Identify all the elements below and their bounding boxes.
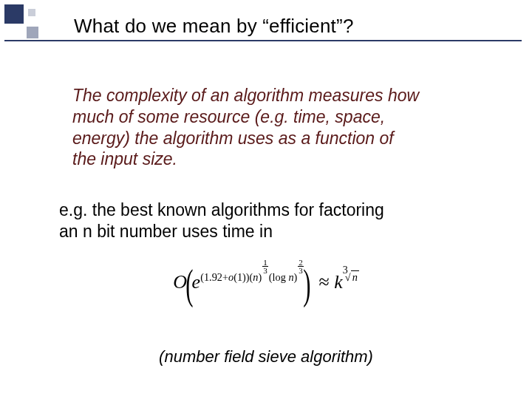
- exp-const: (1.92+: [200, 271, 228, 283]
- square-icon: [28, 9, 35, 16]
- complexity-formula: O(e(1.92+o(1))(n)13(log n)23) ≈ k3√n: [0, 259, 532, 293]
- exp-mid: (1))(: [233, 271, 253, 283]
- log: log: [273, 271, 286, 283]
- var-n: n: [352, 271, 358, 283]
- big-o: O: [173, 271, 187, 293]
- square-icon: [4, 4, 24, 24]
- divider: [4, 40, 522, 41]
- definition-text: The complexity of an algorithm measures …: [72, 85, 420, 170]
- var-k: k: [334, 271, 343, 293]
- close-n: ): [259, 271, 262, 283]
- exponent-one-third: 13: [262, 259, 268, 274]
- square-icon: [27, 27, 38, 38]
- radical-icon: √: [345, 271, 351, 283]
- approx-icon: ≈: [318, 271, 329, 293]
- slide-title: What do we mean by “efficient”?: [74, 15, 354, 38]
- example-text: e.g. the best known algorithms for facto…: [59, 200, 406, 242]
- var-n: n: [253, 271, 258, 283]
- var-n: n: [288, 271, 293, 283]
- formula-caption: (number field sieve algorithm): [0, 347, 532, 366]
